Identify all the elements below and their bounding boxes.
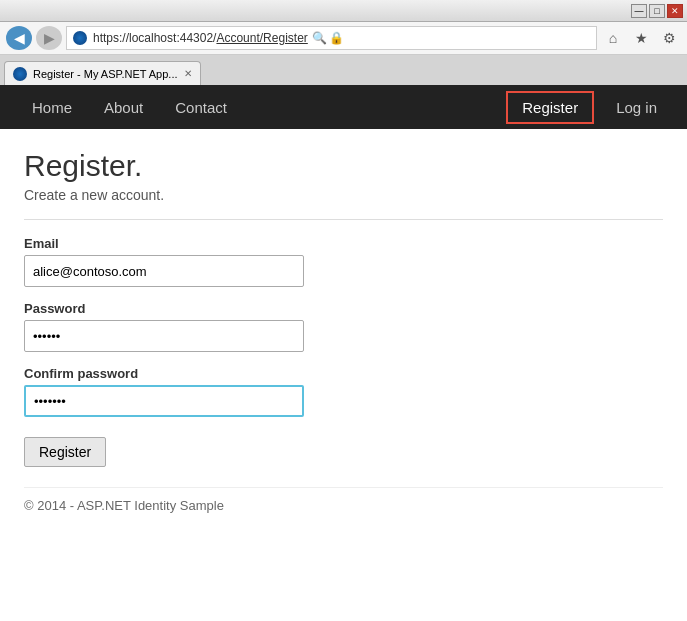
back-button[interactable]: ◀ [6, 26, 32, 50]
page-title: Register. [24, 149, 663, 183]
title-bar-buttons: — □ ✕ [631, 4, 683, 18]
maximize-button[interactable]: □ [649, 4, 665, 18]
tab-bar: Register - My ASP.NET App... ✕ [0, 55, 687, 85]
divider [24, 219, 663, 220]
address-path: Account/Register [216, 31, 307, 45]
browser-action-buttons: ⌂ ★ ⚙ [601, 26, 681, 50]
settings-button[interactable]: ⚙ [657, 26, 681, 50]
nav-login-link[interactable]: Log in [602, 93, 671, 122]
browser-toolbar: ◀ ▶ https://localhost:44302/Account/Regi… [0, 22, 687, 55]
favorites-button[interactable]: ★ [629, 26, 653, 50]
nav-register-button[interactable]: Register [506, 91, 594, 124]
tab-label: Register - My ASP.NET App... [33, 68, 178, 80]
lock-icon: 🔒 [329, 31, 344, 45]
password-group: Password [24, 301, 663, 352]
page-subtitle: Create a new account. [24, 187, 663, 203]
address-prefix: https://localhost:44302/ [93, 31, 216, 45]
confirm-password-group: Confirm password [24, 366, 663, 417]
confirm-password-input[interactable] [24, 385, 304, 417]
minimize-button[interactable]: — [631, 4, 647, 18]
footer: © 2014 - ASP.NET Identity Sample [24, 487, 663, 513]
register-submit-button[interactable]: Register [24, 437, 106, 467]
address-bar[interactable]: https://localhost:44302/Account/Register… [66, 26, 597, 50]
confirm-password-label: Confirm password [24, 366, 663, 381]
tab-favicon [13, 67, 27, 81]
nav-home[interactable]: Home [16, 89, 88, 126]
footer-text: © 2014 - ASP.NET Identity Sample [24, 498, 224, 513]
active-tab[interactable]: Register - My ASP.NET App... ✕ [4, 61, 201, 85]
home-button[interactable]: ⌂ [601, 26, 625, 50]
email-label: Email [24, 236, 663, 251]
page-content: Register. Create a new account. Email Pa… [0, 129, 687, 621]
title-bar: — □ ✕ [0, 0, 687, 22]
password-label: Password [24, 301, 663, 316]
nav-contact[interactable]: Contact [159, 89, 243, 126]
email-group: Email [24, 236, 663, 287]
back-icon: ◀ [14, 30, 25, 46]
email-input[interactable] [24, 255, 304, 287]
close-button[interactable]: ✕ [667, 4, 683, 18]
nav-about[interactable]: About [88, 89, 159, 126]
forward-button[interactable]: ▶ [36, 26, 62, 50]
forward-icon: ▶ [44, 30, 55, 46]
tab-close-button[interactable]: ✕ [184, 68, 192, 79]
password-input[interactable] [24, 320, 304, 352]
address-icons: 🔍 🔒 [312, 31, 344, 45]
search-icon[interactable]: 🔍 [312, 31, 327, 45]
ie-favicon [73, 31, 87, 45]
browser-window: — □ ✕ ◀ ▶ https://localhost:44302/Accoun… [0, 0, 687, 621]
nav-bar: Home About Contact Register Log in [0, 85, 687, 129]
